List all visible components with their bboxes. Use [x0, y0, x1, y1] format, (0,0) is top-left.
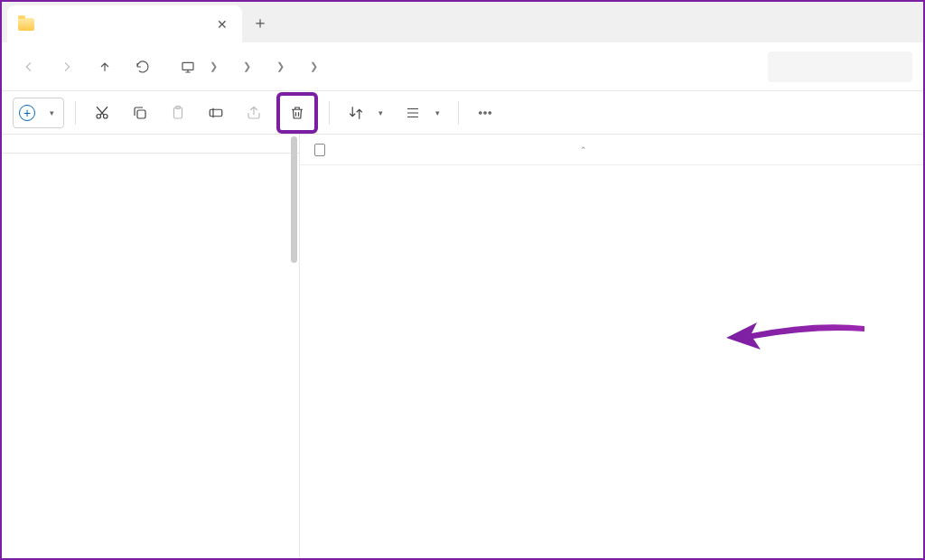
file-list: ⌃: [300, 135, 923, 558]
view-button[interactable]: ▾: [397, 98, 447, 128]
crumb-2[interactable]: [290, 61, 304, 72]
back-button[interactable]: [13, 51, 45, 83]
toolbar: + ▾ ▾ ▾: [2, 91, 923, 135]
explorer-window: ✕ ＋ ❯ ❯ ❯ ❯ + ▾: [0, 0, 925, 560]
plus-icon: +: [19, 105, 35, 121]
delete-highlight-annotation: [276, 92, 318, 134]
tab-local[interactable]: ✕: [7, 5, 242, 42]
search-input[interactable]: [768, 51, 912, 82]
chevron-right-icon[interactable]: ❯: [308, 61, 320, 72]
delete-button[interactable]: [282, 98, 313, 128]
separator: [458, 101, 459, 125]
cut-button[interactable]: [87, 98, 117, 128]
body: ⌃: [2, 135, 923, 558]
breadcrumb: ❯ ❯ ❯ ❯: [172, 51, 762, 83]
forward-button[interactable]: [51, 51, 83, 83]
folder-icon: [18, 18, 34, 31]
new-tab-button[interactable]: ＋: [242, 2, 278, 42]
chevron-right-icon[interactable]: ❯: [208, 61, 220, 72]
select-all-checkbox[interactable]: [314, 144, 325, 156]
scrollbar-thumb[interactable]: [291, 136, 297, 263]
more-button[interactable]: [470, 98, 500, 128]
sidebar: [2, 135, 300, 558]
svg-point-9: [489, 111, 491, 113]
header-name[interactable]: ⌃: [332, 145, 594, 154]
chevron-right-icon[interactable]: ❯: [241, 61, 253, 72]
crumb-0[interactable]: [223, 61, 238, 72]
separator: [329, 101, 330, 125]
svg-point-7: [480, 111, 481, 113]
titlebar: ✕ ＋: [2, 2, 923, 42]
rename-button[interactable]: [201, 98, 231, 128]
svg-point-2: [104, 114, 108, 118]
separator: [75, 101, 76, 125]
svg-point-1: [97, 114, 101, 118]
new-button[interactable]: + ▾: [13, 98, 64, 128]
sort-button[interactable]: ▾: [341, 98, 390, 128]
chevron-down-icon: ▾: [435, 108, 440, 117]
svg-point-8: [484, 111, 486, 113]
chevron-down-icon: ▾: [378, 108, 383, 117]
svg-rect-3: [137, 110, 145, 118]
paste-button[interactable]: [163, 98, 193, 128]
divider: [2, 153, 299, 154]
close-icon[interactable]: ✕: [213, 14, 231, 35]
svg-rect-0: [182, 62, 193, 70]
chevron-down-icon: ▾: [50, 108, 54, 117]
column-headers: ⌃: [300, 135, 923, 165]
copy-button[interactable]: [125, 98, 155, 128]
chevron-right-icon[interactable]: ❯: [275, 61, 286, 72]
svg-rect-6: [210, 109, 222, 117]
up-button[interactable]: [89, 51, 121, 83]
refresh-button[interactable]: [126, 51, 159, 83]
crumb-1[interactable]: [257, 61, 271, 72]
share-button[interactable]: [238, 98, 269, 128]
navbar: ❯ ❯ ❯ ❯: [2, 42, 923, 91]
pc-icon[interactable]: [172, 51, 204, 83]
